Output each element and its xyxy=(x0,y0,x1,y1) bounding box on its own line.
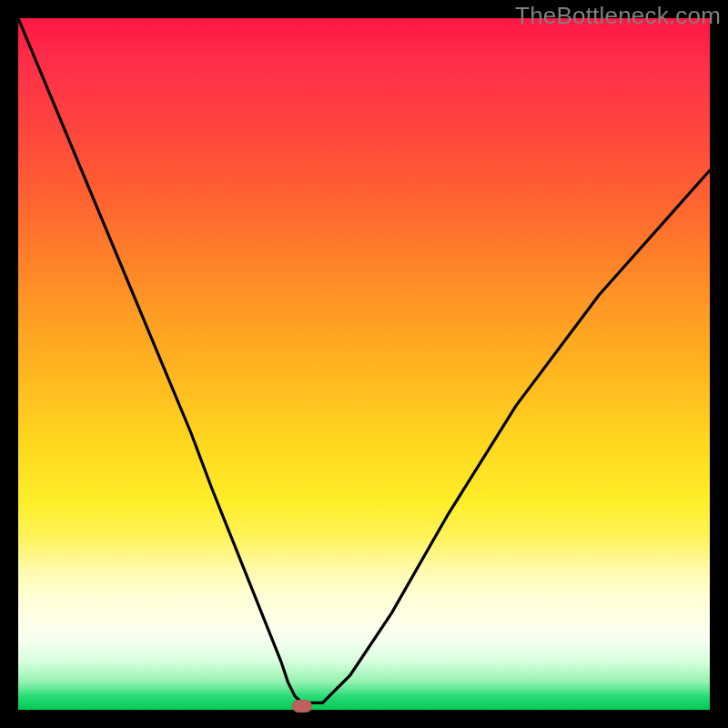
optimal-marker xyxy=(292,700,312,713)
curve-layer xyxy=(18,18,710,710)
bottleneck-curve xyxy=(18,18,710,703)
plot-area xyxy=(18,18,710,710)
watermark-label: TheBottleneck.com xyxy=(515,2,721,30)
